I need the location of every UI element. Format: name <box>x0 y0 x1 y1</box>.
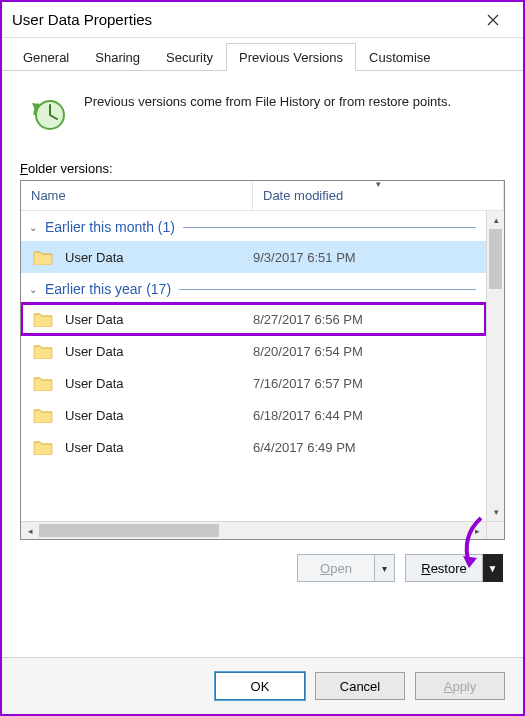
tab-security[interactable]: Security <box>153 43 226 71</box>
tab-strip: General Sharing Security Previous Versio… <box>2 38 523 71</box>
restore-button[interactable]: Restore <box>405 554 483 582</box>
scroll-right-icon[interactable]: ▸ <box>468 522 486 539</box>
cancel-button[interactable]: Cancel <box>315 672 405 700</box>
version-date: 8/20/2017 6:54 PM <box>253 344 486 359</box>
close-button[interactable] <box>471 6 515 34</box>
open-dropdown-icon[interactable]: ▾ <box>375 554 395 582</box>
list-viewport[interactable]: ⌄Earlier this month (1)User Data9/3/2017… <box>21 211 486 521</box>
version-row[interactable]: User Data6/18/2017 6:44 PM <box>21 399 486 431</box>
folder-icon <box>21 343 65 359</box>
dialog-footer: OK Cancel Apply <box>2 657 523 714</box>
version-date: 8/27/2017 6:56 PM <box>253 312 486 327</box>
group-header[interactable]: ⌄Earlier this year (17) <box>21 273 486 303</box>
version-name: User Data <box>65 408 253 423</box>
vertical-scrollbar[interactable]: ▴ ▾ <box>486 211 504 521</box>
window-title: User Data Properties <box>10 11 471 28</box>
folder-icon <box>21 311 65 327</box>
tab-sharing[interactable]: Sharing <box>82 43 153 71</box>
version-name: User Data <box>65 250 253 265</box>
folder-icon <box>21 439 65 455</box>
version-name: User Data <box>65 376 253 391</box>
tab-customise[interactable]: Customise <box>356 43 443 71</box>
info-text: Previous versions come from File History… <box>84 93 451 137</box>
restore-dropdown-icon[interactable]: ▼ <box>483 554 503 582</box>
folder-versions-label: Folder versions: <box>20 161 505 176</box>
info-row: Previous versions come from File History… <box>20 83 505 157</box>
action-buttons: Open ▾ Restore ▼ <box>20 540 505 588</box>
version-date: 6/4/2017 6:49 PM <box>253 440 486 455</box>
group-title: Earlier this month (1) <box>45 219 175 235</box>
scroll-corner <box>486 521 504 539</box>
folder-icon <box>21 249 65 265</box>
hscroll-thumb[interactable] <box>39 524 219 537</box>
version-date: 6/18/2017 6:44 PM <box>253 408 486 423</box>
apply-button[interactable]: Apply <box>415 672 505 700</box>
versions-list: Name ▾ Date modified ⌄Earlier this month… <box>20 180 505 540</box>
chevron-down-icon: ⌄ <box>29 284 45 295</box>
horizontal-scrollbar[interactable]: ◂ ▸ <box>21 521 486 539</box>
restore-split-button[interactable]: Restore ▼ <box>405 554 503 582</box>
version-row[interactable]: User Data6/4/2017 6:49 PM <box>21 431 486 463</box>
version-row[interactable]: User Data7/16/2017 6:57 PM <box>21 367 486 399</box>
titlebar: User Data Properties <box>2 2 523 38</box>
sort-descending-icon: ▾ <box>376 179 381 189</box>
version-row[interactable]: User Data8/27/2017 6:56 PM <box>21 303 486 335</box>
version-date: 9/3/2017 6:51 PM <box>253 250 486 265</box>
list-header: Name ▾ Date modified <box>21 181 504 211</box>
scroll-left-icon[interactable]: ◂ <box>21 522 39 539</box>
version-date: 7/16/2017 6:57 PM <box>253 376 486 391</box>
close-icon <box>487 14 499 26</box>
version-name: User Data <box>65 440 253 455</box>
folder-icon <box>21 375 65 391</box>
folder-icon <box>21 407 65 423</box>
scroll-up-icon[interactable]: ▴ <box>487 211 504 229</box>
restore-clock-icon <box>26 93 70 137</box>
tab-body: Previous versions come from File History… <box>2 71 523 657</box>
open-split-button[interactable]: Open ▾ <box>297 554 395 582</box>
column-date-modified[interactable]: ▾ Date modified <box>253 181 504 210</box>
group-title: Earlier this year (17) <box>45 281 171 297</box>
tab-general[interactable]: General <box>10 43 82 71</box>
properties-dialog: User Data Properties General Sharing Sec… <box>0 0 525 716</box>
ok-button[interactable]: OK <box>215 672 305 700</box>
column-name[interactable]: Name <box>21 181 253 210</box>
version-row[interactable]: User Data8/20/2017 6:54 PM <box>21 335 486 367</box>
version-name: User Data <box>65 312 253 327</box>
vscroll-thumb[interactable] <box>489 229 502 289</box>
chevron-down-icon: ⌄ <box>29 222 45 233</box>
group-header[interactable]: ⌄Earlier this month (1) <box>21 211 486 241</box>
scroll-down-icon[interactable]: ▾ <box>487 503 504 521</box>
version-row[interactable]: User Data9/3/2017 6:51 PM <box>21 241 486 273</box>
version-name: User Data <box>65 344 253 359</box>
list-body: ⌄Earlier this month (1)User Data9/3/2017… <box>21 211 504 539</box>
tab-previous-versions[interactable]: Previous Versions <box>226 43 356 71</box>
open-button[interactable]: Open <box>297 554 375 582</box>
